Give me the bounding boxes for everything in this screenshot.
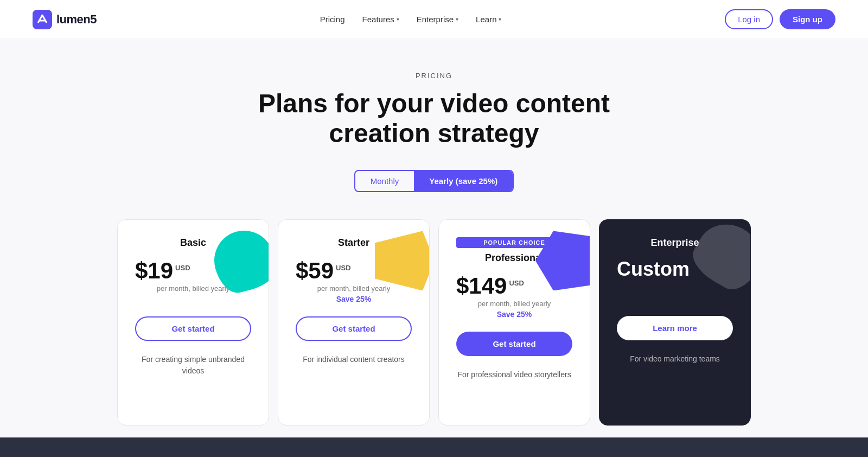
plan-desc-basic: For creating simple unbranded videos [135, 354, 251, 377]
save-label-enterprise [617, 294, 733, 305]
learn-more-enterprise[interactable]: Learn more [617, 316, 733, 340]
nav-enterprise[interactable]: Enterprise ▾ [417, 15, 458, 24]
billing-toggle: Monthly Yearly (save 25%) [354, 170, 514, 192]
price-amount-starter: $59 [296, 259, 334, 282]
plan-desc-starter: For individual content creators [296, 354, 412, 365]
price-amount-professional: $149 [456, 275, 507, 297]
svg-rect-0 [33, 10, 52, 29]
logo[interactable]: lumen5 [33, 10, 97, 29]
nav-learn[interactable]: Learn ▾ [476, 15, 501, 24]
price-period-professional: per month, billed yearly [456, 300, 572, 308]
plan-card-professional: POPULAR CHOICE Professional $149 USD per… [438, 219, 590, 426]
save-label-basic [135, 295, 251, 306]
yearly-toggle[interactable]: Yearly (save 25%) [414, 171, 513, 191]
navbar: lumen5 Pricing Features ▾ Enterprise ▾ L… [0, 0, 868, 39]
monthly-toggle[interactable]: Monthly [355, 171, 414, 191]
pricing-cards: Basic $19 USD per month, billed yearly G… [11, 219, 857, 426]
logo-text: lumen5 [56, 12, 97, 27]
price-currency-professional: USD [509, 279, 524, 287]
plan-card-enterprise: Enterprise Custom Learn more For video m… [599, 219, 751, 426]
get-started-professional[interactable]: Get started [456, 332, 572, 356]
price-currency-starter: USD [336, 264, 350, 272]
price-period-enterprise [617, 281, 733, 292]
plan-card-basic: Basic $19 USD per month, billed yearly G… [117, 219, 269, 426]
lumen5-logo-icon [33, 10, 52, 29]
hero-section: PRICING Plans for your video content cre… [0, 39, 868, 447]
chevron-down-icon: ▾ [397, 16, 399, 22]
chevron-down-icon: ▾ [499, 16, 501, 22]
save-label-professional: Save 25% [456, 310, 572, 321]
plan-desc-professional: For professional video storytellers [456, 369, 572, 380]
price-amount-basic: $19 [135, 259, 173, 282]
get-started-basic[interactable]: Get started [135, 316, 251, 341]
nav-links: Pricing Features ▾ Enterprise ▾ Learn ▾ [320, 15, 502, 24]
save-label-starter: Save 25% [296, 295, 412, 306]
section-label: PRICING [11, 72, 857, 80]
plan-card-starter: Starter $59 USD per month, billed yearly… [278, 219, 430, 426]
price-amount-enterprise: Custom [617, 259, 690, 279]
price-period-starter: per month, billed yearly [296, 284, 412, 293]
chevron-down-icon: ▾ [456, 16, 458, 22]
nav-features[interactable]: Features ▾ [362, 15, 399, 24]
login-button[interactable]: Log in [725, 9, 773, 29]
price-currency-basic: USD [175, 264, 190, 272]
bottom-bar [0, 437, 868, 457]
signup-button[interactable]: Sign up [780, 9, 835, 29]
get-started-starter[interactable]: Get started [296, 316, 412, 341]
plan-desc-enterprise: For video marketing teams [617, 353, 733, 365]
nav-pricing[interactable]: Pricing [320, 15, 345, 24]
nav-actions: Log in Sign up [725, 9, 835, 29]
hero-title: Plans for your video content creation st… [244, 88, 624, 148]
